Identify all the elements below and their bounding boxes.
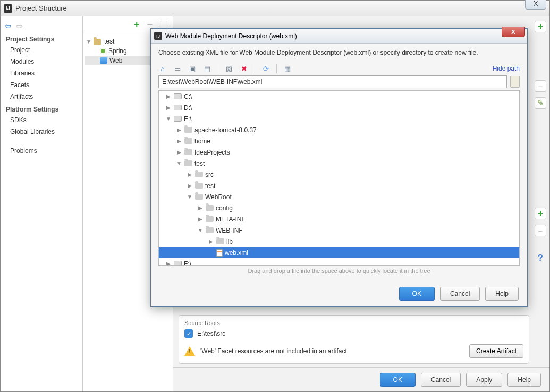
side-remove2-icon[interactable]: − — [535, 225, 546, 236]
nav-facets[interactable]: Facets — [1, 79, 82, 91]
home-icon[interactable]: ⌂ — [158, 64, 167, 73]
window-close-button[interactable]: X — [525, 0, 546, 10]
source-root-path: E:\test\src — [197, 330, 225, 337]
modal-button-row: OK Cancel Help — [151, 281, 527, 306]
chevron-down-icon[interactable]: ▼ — [197, 227, 204, 233]
tree-hint: Drag and drop a file into the space abov… — [151, 268, 527, 274]
side-remove-icon[interactable]: − — [535, 80, 546, 92]
chevron-right-icon[interactable]: ▶ — [197, 216, 204, 222]
nav-forward-icon: ⇨ — [16, 22, 23, 30]
folder-icon — [206, 216, 214, 222]
nav-global-libraries[interactable]: Global Libraries — [1, 126, 82, 138]
folder-test[interactable]: test — [194, 160, 205, 167]
drive-f[interactable]: F:\ — [184, 260, 191, 266]
chevron-right-icon[interactable]: ▶ — [165, 105, 172, 110]
modal-title: Web Module Deployment Descriptor (web.xm… — [165, 32, 297, 40]
chevron-down-icon[interactable]: ▼ — [86, 39, 91, 45]
desktop-icon[interactable]: ▭ — [173, 64, 182, 73]
new-folder-icon[interactable]: ▧ — [225, 64, 233, 73]
delete-icon[interactable]: ✖ — [240, 64, 248, 73]
file-webxml[interactable]: web.xml — [225, 249, 248, 257]
folder-test2[interactable]: test — [205, 182, 215, 190]
folder-apache[interactable]: apache-tomcat-8.0.37 — [194, 126, 257, 134]
facet-spring[interactable]: Spring — [108, 47, 127, 55]
side-add-icon[interactable]: + — [535, 21, 546, 32]
warning-text: 'Web' Facet resources are not included i… — [200, 347, 347, 355]
nav-back-icon[interactable]: ⇦ — [5, 22, 11, 30]
folder-home[interactable]: home — [194, 138, 210, 145]
create-artifact-button[interactable]: Create Artifact — [469, 344, 523, 358]
facet-web[interactable]: Web — [109, 57, 122, 64]
folder-metainf[interactable]: META-INF — [216, 216, 246, 223]
modal-ok-button[interactable]: OK — [399, 287, 435, 301]
modal-close-button[interactable]: X — [502, 27, 525, 37]
modal-titlebar: IJ Web Module Deployment Descriptor (web… — [151, 29, 527, 44]
history-icon[interactable] — [510, 76, 520, 88]
file-chooser-dialog: IJ Web Module Deployment Descriptor (web… — [150, 28, 528, 307]
apply-button[interactable]: Apply — [466, 373, 502, 387]
chevron-down-icon[interactable]: ▼ — [165, 116, 172, 122]
side-add2-icon[interactable]: + — [535, 208, 546, 219]
nav-problems[interactable]: Problems — [1, 145, 82, 157]
folder-icon — [195, 194, 203, 200]
app-icon: IJ — [4, 4, 12, 13]
drive-d[interactable]: D:\ — [184, 104, 192, 112]
file-tree[interactable]: ▶C:\ ▶D:\ ▼E:\ ▶apache-tomcat-8.0.37 ▶ho… — [158, 90, 520, 266]
module-path-icon[interactable]: ▤ — [203, 64, 211, 73]
add-icon[interactable]: + — [134, 19, 140, 30]
chevron-right-icon[interactable]: ▶ — [176, 127, 182, 133]
nav-project[interactable]: Project — [1, 44, 82, 56]
folder-config[interactable]: config — [216, 204, 233, 212]
folder-icon — [195, 172, 203, 177]
project-icon[interactable]: ▣ — [188, 64, 197, 73]
cancel-button[interactable]: Cancel — [421, 373, 461, 387]
chevron-right-icon[interactable]: ▶ — [187, 172, 193, 177]
refresh-icon[interactable]: ⟳ — [261, 64, 270, 73]
titlebar: IJ Project Structure X — [1, 1, 549, 16]
chevron-right-icon[interactable]: ▶ — [208, 238, 214, 244]
chevron-right-icon[interactable]: ▶ — [197, 205, 204, 211]
folder-icon — [206, 205, 214, 211]
module-test[interactable]: test — [104, 38, 114, 45]
dialog-button-row: OK Cancel Apply Help — [173, 367, 549, 391]
nav-libraries[interactable]: Libraries — [1, 67, 82, 79]
folder-webroot[interactable]: WebRoot — [205, 193, 232, 201]
xml-file-icon — [216, 249, 223, 257]
side-help-icon[interactable]: ? — [535, 252, 546, 264]
chevron-right-icon[interactable]: ▶ — [176, 149, 182, 155]
hide-path-link[interactable]: Hide path — [493, 65, 520, 72]
modal-instruction: Choose existing XML file for Web Module … — [151, 44, 527, 62]
module-icon — [94, 39, 101, 45]
chevron-down-icon[interactable]: ▼ — [187, 194, 193, 200]
folder-src[interactable]: src — [205, 171, 214, 178]
chevron-right-icon[interactable]: ▶ — [187, 183, 193, 189]
folder-icon — [195, 183, 203, 189]
help-button[interactable]: Help — [507, 373, 541, 387]
path-input[interactable] — [158, 75, 507, 88]
modal-help-button[interactable]: Help — [485, 287, 519, 301]
chevron-right-icon[interactable]: ▶ — [176, 138, 182, 144]
section-platform-settings: Platform Settings — [1, 103, 82, 114]
folder-ideaprojects[interactable]: IdeaProjects — [194, 149, 230, 156]
drive-e[interactable]: E:\ — [184, 115, 192, 123]
chevron-right-icon[interactable]: ▶ — [165, 261, 172, 266]
spring-icon — [100, 48, 106, 54]
nav-sdks[interactable]: SDKs — [1, 114, 82, 126]
folder-webinf[interactable]: WEB-INF — [216, 227, 243, 234]
drive-icon — [174, 261, 182, 266]
source-roots-panel: Source Roots ✓ E:\test\src 'Web' Facet r… — [179, 315, 529, 364]
modal-cancel-button[interactable]: Cancel — [440, 287, 480, 301]
nav-artifacts[interactable]: Artifacts — [1, 91, 82, 103]
nav-modules[interactable]: Modules — [1, 56, 82, 67]
source-root-checkbox[interactable]: ✓ — [184, 329, 193, 338]
folder-icon — [184, 127, 192, 133]
drive-c[interactable]: C:\ — [184, 93, 192, 100]
show-hidden-icon[interactable]: ▦ — [283, 64, 292, 73]
chevron-down-icon[interactable]: ▼ — [176, 160, 182, 166]
side-edit-icon[interactable]: ✎ — [535, 97, 546, 109]
folder-icon — [184, 149, 192, 155]
folder-lib[interactable]: lib — [226, 238, 233, 245]
chevron-right-icon[interactable]: ▶ — [165, 93, 172, 99]
ok-button[interactable]: OK — [380, 373, 416, 387]
modal-toolbar: ⌂ ▭ ▣ ▤ ▧ ✖ ⟳ ▦ Hide path — [151, 62, 527, 75]
